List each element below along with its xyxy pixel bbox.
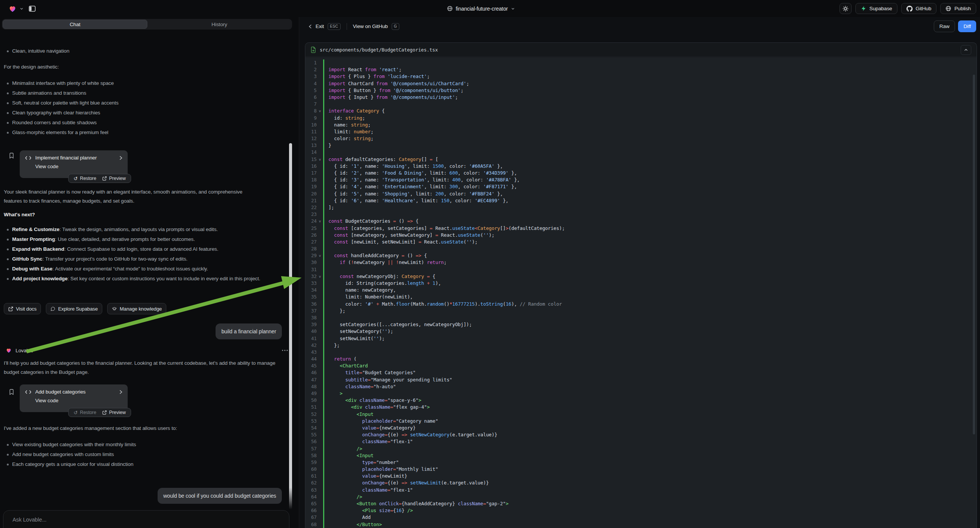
code-line: 32v const newCategoryObj: Category = { bbox=[305, 273, 977, 280]
line-number: 63 bbox=[305, 487, 317, 493]
line-number: 17 bbox=[305, 170, 317, 177]
code-line: 39 setCategories([...categories, newCate… bbox=[305, 321, 977, 328]
list-item: Subtle animations and transitions bbox=[4, 88, 284, 98]
fold-chevron-icon[interactable]: v bbox=[317, 108, 323, 115]
settings-button[interactable] bbox=[840, 3, 851, 14]
code-line: 25 const [categories, setCategories] = R… bbox=[305, 225, 977, 232]
list-item: Debug with Ease: Activate our experiment… bbox=[4, 264, 275, 274]
line-number: 41 bbox=[305, 335, 317, 342]
line-number: 49 bbox=[305, 390, 317, 397]
back-chevron-icon[interactable] bbox=[309, 24, 312, 29]
line-number: 23 bbox=[305, 211, 317, 218]
line-number: 65 bbox=[305, 500, 317, 507]
list-item: Minimalist interface with plenty of whit… bbox=[4, 78, 284, 88]
line-number: 14 bbox=[305, 149, 317, 156]
app-window: financial-future-creator bbox=[0, 0, 980, 528]
code-line: 57 /> bbox=[305, 445, 977, 452]
toggle-sidebar-button[interactable] bbox=[27, 3, 38, 14]
code-editor[interactable]: 12import React from 'react';3import { Pl… bbox=[305, 57, 977, 528]
code-line: 8vinterface Category { bbox=[305, 108, 977, 115]
line-number: 45 bbox=[305, 363, 317, 369]
file-diff-container: src/components/budget/BudgetCategories.t… bbox=[305, 43, 977, 528]
code-line: 5import { Button } from '@/components/ui… bbox=[305, 87, 977, 94]
fold-chevron-icon[interactable]: v bbox=[317, 273, 323, 280]
collapse-file-button[interactable] bbox=[961, 45, 971, 55]
code-line: 14 bbox=[305, 149, 977, 156]
code-line: 17 { id: '2', name: 'Food & Dining', lim… bbox=[305, 170, 977, 177]
version-card-toolbar: ↺ Restore Preview bbox=[68, 174, 131, 183]
line-number: 1 bbox=[305, 59, 317, 66]
line-number: 2 bbox=[305, 66, 317, 73]
line-number: 26 bbox=[305, 232, 317, 239]
explore-supabase-button[interactable]: Explore Supabase bbox=[46, 303, 102, 314]
code-line: 27 const [newLimit, setNewLimit] = React… bbox=[305, 239, 977, 245]
bookmark-icon[interactable] bbox=[9, 389, 14, 395]
view-code-link[interactable]: View code bbox=[35, 398, 123, 403]
manage-knowledge-button[interactable]: Manage knowledge bbox=[107, 303, 166, 314]
view-code-link[interactable]: View code bbox=[35, 164, 123, 169]
restore-button[interactable]: ↺ Restore bbox=[73, 176, 96, 181]
supabase-button[interactable]: Supabase bbox=[855, 3, 897, 14]
line-number: 27 bbox=[305, 239, 317, 245]
line-number: 10 bbox=[305, 122, 317, 129]
fold-chevron-icon[interactable]: v bbox=[317, 156, 323, 163]
code-icon bbox=[25, 390, 32, 394]
code-icon bbox=[25, 156, 32, 160]
list-item: Clean, intuitive navigation bbox=[4, 46, 284, 56]
line-number: 34 bbox=[305, 287, 317, 294]
fold-chevron-icon[interactable]: v bbox=[317, 218, 323, 224]
preview-button[interactable]: Preview bbox=[102, 176, 126, 181]
code-line: 55 onChange={(e) => setNewCategory(e.tar… bbox=[305, 431, 977, 438]
prompt-input[interactable]: Ask Lovable... Attach Edit bbox=[3, 510, 290, 528]
tab-chat[interactable]: Chat bbox=[3, 20, 147, 29]
code-line: 13} bbox=[305, 142, 977, 149]
publish-button[interactable]: Publish bbox=[940, 3, 976, 14]
lovable-logo-icon[interactable] bbox=[8, 5, 17, 13]
message-menu-icon[interactable] bbox=[282, 350, 288, 351]
code-line: 21 { id: '6', name: 'Healthcare', limit:… bbox=[305, 197, 977, 204]
line-number: 48 bbox=[305, 383, 317, 390]
line-number: 57 bbox=[305, 445, 317, 452]
raw-toggle-button[interactable]: Raw bbox=[934, 21, 955, 32]
view-on-github-button[interactable]: View on GitHub bbox=[353, 24, 388, 29]
preview-button[interactable]: Preview bbox=[102, 410, 126, 415]
code-scrollbar[interactable] bbox=[973, 75, 975, 434]
aesthetic-bullet-list: Minimalist interface with plenty of whit… bbox=[4, 78, 284, 137]
list-item: Glass-morphic elements for a premium fee… bbox=[4, 128, 284, 137]
project-switcher[interactable]: financial-future-creator bbox=[447, 0, 515, 17]
line-number: 19 bbox=[305, 183, 317, 190]
code-line: 38 bbox=[305, 314, 977, 321]
line-number: 28 bbox=[305, 245, 317, 252]
code-line: 11 limit: number; bbox=[305, 129, 977, 135]
bookmark-icon[interactable] bbox=[9, 153, 14, 159]
list-item: Refine & Customize: Tweak the design, an… bbox=[4, 224, 275, 234]
visit-docs-button[interactable]: Visit docs bbox=[4, 303, 41, 314]
fold-chevron-icon[interactable]: v bbox=[317, 252, 323, 259]
chat-scrollbar[interactable] bbox=[289, 143, 292, 509]
chevron-down-icon[interactable] bbox=[20, 7, 24, 11]
code-line: 36 color: '#' + Math.floor(Math.random()… bbox=[305, 301, 977, 308]
tab-history[interactable]: History bbox=[147, 20, 291, 29]
code-line: 18 { id: '3', name: 'Transportation', li… bbox=[305, 177, 977, 183]
line-number: 22 bbox=[305, 204, 317, 211]
exit-button[interactable]: Exit bbox=[315, 24, 324, 29]
restore-button[interactable]: ↺ Restore bbox=[73, 410, 96, 415]
whats-next-bullet-list: Refine & Customize: Tweak the design, an… bbox=[4, 224, 275, 284]
version-card-title: Add budget categories bbox=[35, 389, 116, 395]
esc-shortcut-badge: ESC bbox=[328, 23, 340, 30]
line-number: 11 bbox=[305, 129, 317, 135]
list-item: Master Prompting: Use clear, detailed, a… bbox=[4, 234, 275, 244]
line-number: 3 bbox=[305, 73, 317, 80]
line-number: 59 bbox=[305, 459, 317, 466]
publish-label: Publish bbox=[954, 6, 971, 11]
code-line: 26 const [newCategory, setNewCategory] =… bbox=[305, 232, 977, 239]
code-line: 3import { Plus } from 'lucide-react'; bbox=[305, 73, 977, 80]
top-bar: financial-future-creator bbox=[0, 0, 980, 17]
code-line: 54 value={newCategory} bbox=[305, 425, 977, 431]
diff-toggle-button[interactable]: Diff bbox=[958, 21, 976, 32]
prompt-placeholder: Ask Lovable... bbox=[13, 517, 283, 523]
file-header[interactable]: src/components/budget/BudgetCategories.t… bbox=[305, 43, 977, 57]
github-button[interactable]: GitHub bbox=[901, 3, 936, 14]
line-number: 18 bbox=[305, 177, 317, 183]
code-line: 19 { id: '4', name: 'Entertainment', lim… bbox=[305, 183, 977, 190]
